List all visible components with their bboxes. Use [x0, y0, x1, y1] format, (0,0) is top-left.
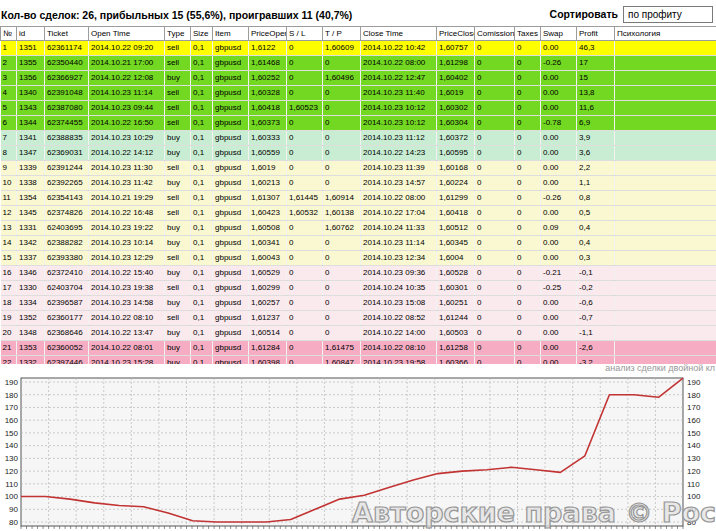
cell-tp: 1,60762 — [323, 221, 361, 236]
cell-type: buy — [165, 296, 191, 311]
column-header-price-open[interactable]: PriceOpen — [249, 27, 287, 41]
cell-close-time: 2014.10.23 09:36 — [361, 266, 437, 281]
column-header-id[interactable]: id — [17, 27, 45, 41]
column-header-close-time[interactable]: Close Time — [361, 27, 437, 41]
cell-id: 1348 — [17, 326, 45, 341]
cell-price-close: 1,61244 — [437, 311, 475, 326]
table-row[interactable]: 171330624037042014.10.23 19:38sell0,1gbp… — [1, 281, 716, 296]
cell-tp: 1,60914 — [323, 191, 361, 206]
column-header-profit[interactable]: Profit — [577, 27, 615, 41]
cell-type: sell — [165, 161, 191, 176]
table-row[interactable]: 201348623686462014.10.22 13:47buy0,1gbpu… — [1, 326, 716, 341]
column-header-price-close[interactable]: PriceClose — [437, 27, 475, 41]
cell-size: 0,1 — [191, 356, 213, 365]
table-row[interactable]: 71341623888352014.10.23 10:29buy0,1gbpus… — [1, 131, 716, 146]
cell-comission: 0 — [475, 41, 515, 56]
cell-profit: 15 — [577, 71, 615, 86]
column-header-size[interactable]: Size — [191, 27, 213, 41]
cell-comission: 0 — [475, 206, 515, 221]
analyze-hint-text: анализ сделки двойной кл — [605, 363, 715, 373]
table-row[interactable]: 131331624036952014.10.23 19:22buy0,1gbpu… — [1, 221, 716, 236]
cell-psychology — [615, 176, 716, 191]
table-row[interactable]: 11351623611742014.10.22 09:20sell0,1gbpu… — [1, 41, 716, 56]
column-header-sl[interactable]: S / L — [287, 27, 323, 41]
table-row[interactable]: 191352623601772014.10.22 08:10sell0,1gbp… — [1, 311, 716, 326]
cell-type: sell — [165, 206, 191, 221]
cell-size: 0,1 — [191, 206, 213, 221]
table-row[interactable]: 141342623882822014.10.23 10:14buy0,1gbpu… — [1, 236, 716, 251]
cell-profit: 0,4 — [577, 221, 615, 236]
column-header-item[interactable]: Item — [213, 27, 249, 41]
cell-type: buy — [165, 356, 191, 365]
cell-type: buy — [165, 146, 191, 161]
cell-type: buy — [165, 266, 191, 281]
cell-id: 1352 — [17, 311, 45, 326]
cell-num: 19 — [1, 311, 17, 326]
column-header-psychology[interactable]: Психология — [615, 27, 716, 41]
cell-comission: 0 — [475, 146, 515, 161]
cell-tp: 0 — [323, 236, 361, 251]
cell-comission: 0 — [475, 281, 515, 296]
column-header-open-time[interactable]: Open Time — [89, 27, 165, 41]
column-header-type[interactable]: Type — [165, 27, 191, 41]
cell-close-time: 2014.10.23 12:34 — [361, 251, 437, 266]
cell-item: gbpusd — [213, 161, 249, 176]
cell-price-open: 1,61237 — [249, 311, 287, 326]
cell-price-open: 1,60508 — [249, 221, 287, 236]
table-row[interactable]: 161346623724102014.10.22 15:40buy0,1gbpu… — [1, 266, 716, 281]
cell-price-open: 1,61307 — [249, 191, 287, 206]
cell-price-close: 1,60372 — [437, 131, 475, 146]
cell-swap: 0.00 — [541, 356, 577, 365]
cell-price-open: 1,60252 — [249, 71, 287, 86]
cell-swap: 0.00 — [541, 161, 577, 176]
table-row[interactable]: 41340623910482014.10.23 11:14sell0,1gbpu… — [1, 86, 716, 101]
table-row[interactable]: 151337623933802014.10.23 12:29sell0,1gbp… — [1, 251, 716, 266]
cell-type: buy — [165, 131, 191, 146]
cell-tp: 0 — [323, 176, 361, 191]
cell-id: 1334 — [17, 296, 45, 311]
cell-ticket: 62391244 — [45, 161, 89, 176]
cell-psychology — [615, 296, 716, 311]
table-row[interactable]: 91339623912442014.10.23 11:30sell0,1gbpu… — [1, 161, 716, 176]
cell-close-time: 2014.10.23 11:40 — [361, 86, 437, 101]
cell-num: 18 — [1, 296, 17, 311]
cell-num: 20 — [1, 326, 17, 341]
cell-comission: 0 — [475, 161, 515, 176]
cell-ticket: 62360177 — [45, 311, 89, 326]
cell-swap: 0.00 — [541, 176, 577, 191]
column-header-comission[interactable]: Comission — [475, 27, 515, 41]
table-row[interactable]: 101338623922652014.10.23 11:42buy0,1gbpu… — [1, 176, 716, 191]
table-row[interactable]: 21355623504402014.10.21 17:00sell0,1gbpu… — [1, 56, 716, 71]
cell-id: 1339 — [17, 161, 45, 176]
cell-psychology — [615, 251, 716, 266]
table-row[interactable]: 181334623965872014.10.23 14:58buy0,1gbpu… — [1, 296, 716, 311]
watermark-text: Авторские права © Pocket Option — [352, 497, 716, 528]
cell-price-open: 1,60257 — [249, 296, 287, 311]
table-row[interactable]: 61344623744552014.10.22 16:50sell0,1gbpu… — [1, 116, 716, 131]
table-row[interactable]: 31356623669272014.10.22 12:08buy0,1gbpus… — [1, 71, 716, 86]
column-header-num[interactable]: № — [1, 27, 17, 41]
cell-sl: 0 — [287, 221, 323, 236]
table-row[interactable]: 121345623748262014.10.22 16:48sell0,1gbp… — [1, 206, 716, 221]
sort-by-input[interactable] — [623, 6, 713, 23]
cell-taxes: 0 — [515, 71, 541, 86]
cell-price-open: 1,61468 — [249, 56, 287, 71]
cell-id: 1331 — [17, 221, 45, 236]
cell-close-time: 2014.10.22 17:04 — [361, 206, 437, 221]
column-header-tp[interactable]: T / P — [323, 27, 361, 41]
cell-sl: 1,61445 — [287, 191, 323, 206]
cell-item: gbpusd — [213, 56, 249, 71]
cell-num: 8 — [1, 146, 17, 161]
table-row[interactable]: 211353623600522014.10.22 08:01buy0,1gbpu… — [1, 341, 716, 356]
column-header-taxes[interactable]: Taxes — [515, 27, 541, 41]
table-row[interactable]: 81347623690312014.10.22 14:12buy0,1gbpus… — [1, 146, 716, 161]
cell-item: gbpusd — [213, 191, 249, 206]
column-header-ticket[interactable]: Ticket — [45, 27, 89, 41]
y-axis-label-left: 80 — [9, 518, 18, 527]
column-header-swap[interactable]: Swap — [541, 27, 577, 41]
table-row[interactable]: 51343623870802014.10.23 09:44sell0,1gbpu… — [1, 101, 716, 116]
cell-tp: 1,60609 — [323, 41, 361, 56]
cell-sl: 0 — [287, 176, 323, 191]
table-row[interactable]: 111354623541432014.10.21 19:29sell0,1gbp… — [1, 191, 716, 206]
cell-swap: -0.21 — [541, 266, 577, 281]
